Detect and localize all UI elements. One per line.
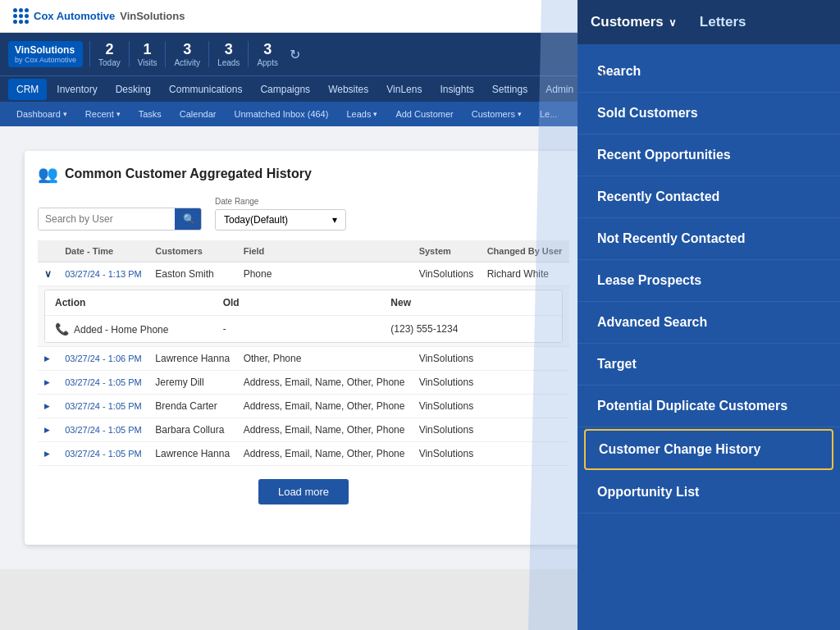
nav-stat-activity: 3 Activity — [165, 41, 208, 67]
dropdown-item-sold-customers[interactable]: Sold Customers — [578, 93, 840, 135]
system-cell: VinSolutions — [413, 347, 481, 371]
detail-header: Action Old New — [45, 290, 562, 316]
field-cell: Other, Phone — [237, 347, 413, 371]
detail-data-row: 📞Added - Home Phone - (123) 555-1234 — [45, 316, 562, 342]
menu-websites[interactable]: Websites — [320, 79, 377, 100]
customer-cell: Brenda Carter — [148, 395, 236, 418]
table-row: ∨ 03/27/24 - 1:13 PM Easton Smith Phone … — [38, 262, 569, 286]
history-table: Date - Time Customers Field System Chang… — [38, 240, 569, 466]
search-box[interactable]: 🔍 — [38, 208, 202, 231]
dropdown-item-opportunity-list[interactable]: Opportunity List — [578, 472, 840, 514]
expand-button[interactable]: ▸ — [44, 448, 49, 459]
date-filter-group: Date Range Today(Default) ▾ — [215, 197, 346, 231]
dropdown-item-customer-change-history[interactable]: Customer Change History — [584, 429, 833, 470]
detail-old-cell: - — [223, 323, 385, 335]
date-range-value: Today(Default) — [224, 214, 288, 226]
detail-col-new: New — [390, 297, 552, 308]
page-container: 👥 Common Customer Aggregated History 🔍 D… — [25, 151, 582, 545]
field-cell: Phone — [237, 262, 413, 286]
date-link[interactable]: 03/27/24 - 1:05 PM — [65, 449, 142, 459]
sub-menu-recent[interactable]: Recent ▾ — [77, 106, 129, 122]
load-more-button[interactable]: Load more — [258, 479, 349, 504]
customer-cell: Jeremy Dill — [148, 371, 236, 395]
col-date-time: Date - Time — [58, 240, 148, 262]
customers-dropdown-button[interactable]: Customers ∨ — [591, 14, 677, 30]
table-row: ▸ 03/27/24 - 1:05 PM Lawrence Hanna Addr… — [38, 442, 569, 466]
detail-col-old: Old — [223, 297, 385, 308]
dropdown-item-potential-duplicate[interactable]: Potential Duplicate Customers — [578, 386, 840, 427]
filters-row: 🔍 Date Range Today(Default) ▾ — [38, 197, 569, 231]
sub-menu-dashboard[interactable]: Dashboard ▾ — [8, 106, 75, 122]
detail-new-cell: (123) 555-1234 — [390, 323, 552, 335]
menu-crm[interactable]: CRM — [8, 79, 47, 100]
system-cell: VinSolutions — [413, 395, 481, 418]
dropdown-overlay: Customers ∨ Letters Search Sold Customer… — [578, 0, 840, 630]
table-row: ▸ 03/27/24 - 1:06 PM Lawrence Hanna Othe… — [38, 347, 569, 371]
date-link[interactable]: 03/27/24 - 1:05 PM — [65, 377, 142, 387]
date-range-label: Date Range — [215, 197, 346, 206]
sub-menu-customers[interactable]: Customers ▾ — [463, 106, 530, 122]
phone-icon: 📞 — [55, 322, 69, 336]
menu-communications[interactable]: Communications — [161, 79, 250, 100]
date-range-select[interactable]: Today(Default) ▾ — [215, 209, 346, 231]
expand-button[interactable]: ▸ — [44, 400, 49, 412]
menu-campaigns[interactable]: Campaigns — [252, 79, 318, 100]
chevron-down-icon: ∨ — [669, 16, 677, 29]
menu-desking[interactable]: Desking — [107, 79, 159, 100]
nav-product-sub: by Cox Automotive — [15, 56, 76, 64]
date-link[interactable]: 03/27/24 - 1:05 PM — [65, 401, 142, 411]
dropdown-item-recent-opportunities[interactable]: Recent Opportunities — [578, 135, 840, 176]
nav-logo-box[interactable]: VinSolutions by Cox Automotive — [8, 41, 83, 67]
nav-stat-visits: 1 Visits — [129, 41, 166, 67]
dropdown-item-target[interactable]: Target — [578, 344, 840, 386]
search-input[interactable] — [39, 208, 175, 230]
dropdown-item-advanced-search[interactable]: Advanced Search — [578, 302, 840, 344]
cox-brand: Cox Automotive — [34, 10, 115, 22]
customer-cell: Lawrence Hanna — [148, 442, 236, 466]
people-icon: 👥 — [38, 164, 58, 184]
expand-button[interactable]: ∨ — [44, 268, 52, 280]
sub-menu-tasks[interactable]: Tasks — [130, 106, 170, 122]
refresh-button[interactable]: ↻ — [286, 43, 304, 66]
dropdown-item-search[interactable]: Search — [578, 51, 840, 93]
date-link[interactable]: 03/27/24 - 1:13 PM — [65, 269, 142, 279]
nav-stat-appts: 3 Appts — [248, 41, 286, 67]
system-cell: VinSolutions — [413, 262, 481, 286]
expand-button[interactable]: ▸ — [44, 353, 49, 364]
expand-button[interactable]: ▸ — [44, 424, 49, 436]
sub-menu-calendar[interactable]: Calendar — [171, 106, 225, 122]
letters-button[interactable]: Letters — [700, 14, 746, 30]
menu-vinlens[interactable]: VinLens — [378, 79, 430, 100]
detail-row: Action Old New 📞Added - Home Phone - (12… — [38, 286, 569, 347]
dropdown-top-bar: Customers ∨ Letters — [578, 0, 840, 44]
field-cell: Address, Email, Name, Other, Phone — [237, 442, 413, 466]
search-button[interactable]: 🔍 — [175, 208, 202, 230]
dropdown-item-not-recently-contacted[interactable]: Not Recently Contacted — [578, 218, 840, 260]
sub-menu-add-customer[interactable]: Add Customer — [387, 106, 461, 122]
dropdown-menu: Search Sold Customers Recent Opportuniti… — [578, 44, 840, 630]
customer-cell: Lawrence Hanna — [148, 347, 236, 371]
cursor-indicator: ↓ — [599, 62, 606, 80]
dropdown-item-lease-prospects[interactable]: Lease Prospects — [578, 260, 840, 302]
dropdown-item-recently-contacted[interactable]: Recently Contacted — [578, 176, 840, 218]
vinsolutions-brand: VinSolutions — [120, 10, 185, 22]
detail-col-action: Action — [55, 297, 217, 308]
table-row: ▸ 03/27/24 - 1:05 PM Barbara Collura Add… — [38, 418, 569, 442]
menu-insights[interactable]: Insights — [431, 79, 482, 100]
dot-grid-icon — [13, 8, 29, 24]
date-link[interactable]: 03/27/24 - 1:06 PM — [65, 354, 142, 363]
cox-logo: Cox Automotive VinSolutions — [13, 8, 185, 24]
menu-inventory[interactable]: Inventory — [48, 79, 105, 100]
field-cell: Address, Email, Name, Other, Phone — [237, 371, 413, 395]
menu-settings[interactable]: Settings — [484, 79, 536, 100]
expand-button[interactable]: ▸ — [44, 377, 49, 388]
date-link[interactable]: 03/27/24 - 1:05 PM — [65, 425, 142, 435]
customer-cell: Barbara Collura — [148, 418, 236, 442]
customers-label: Customers — [591, 14, 664, 30]
col-expand — [38, 240, 58, 262]
sub-menu-unmatched[interactable]: Unmatched Inbox (464) — [226, 106, 336, 122]
table-row: ▸ 03/27/24 - 1:05 PM Jeremy Dill Address… — [38, 371, 569, 395]
nav-stat-leads: 3 Leads — [208, 41, 248, 67]
sub-menu-leads[interactable]: Leads ▾ — [338, 106, 386, 122]
table-header-row: Date - Time Customers Field System Chang… — [38, 240, 569, 262]
